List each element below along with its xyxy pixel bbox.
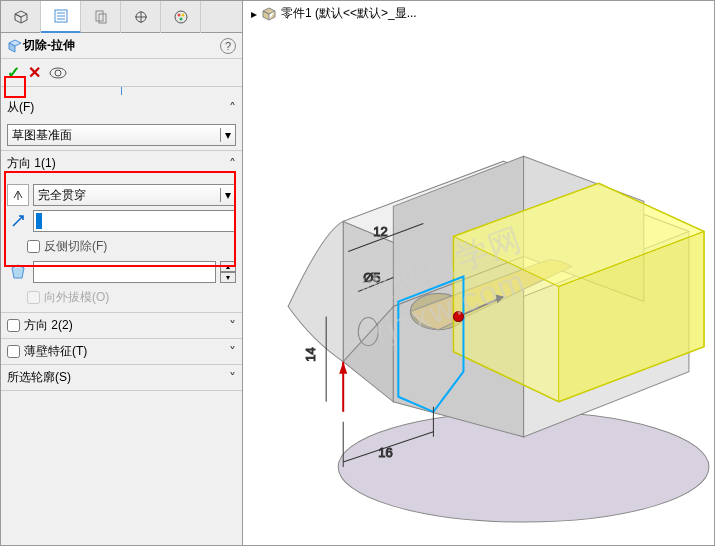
- part-icon: [261, 6, 277, 22]
- feature-header: 切除-拉伸 ?: [1, 33, 242, 59]
- draft-spinner[interactable]: ▴▾: [220, 261, 236, 283]
- cut-extrude-icon: [7, 38, 23, 54]
- expand-tree-icon[interactable]: ▸: [251, 7, 257, 21]
- draft-icon: [7, 261, 29, 283]
- chevron-up-icon: ˄: [229, 156, 236, 172]
- svg-point-20: [453, 312, 463, 322]
- reverse-direction-button[interactable]: [7, 184, 29, 206]
- model-view[interactable]: 12 Ø5 14 16: [243, 31, 714, 542]
- draft-outward-checkbox: [27, 291, 40, 304]
- svg-point-9: [175, 11, 187, 23]
- svg-point-10: [177, 14, 180, 17]
- from-combo[interactable]: 草图基准面 ▾: [7, 124, 236, 146]
- dim-phi5: Ø5: [363, 270, 380, 285]
- dim-12: 12: [373, 224, 387, 239]
- part-name[interactable]: 零件1 (默认<<默认>_显...: [281, 5, 417, 22]
- graphics-viewport[interactable]: ▸ 零件1 (默认<<默认>_显...: [243, 1, 714, 545]
- tab-bar: [1, 1, 242, 33]
- tab-dim[interactable]: [121, 1, 161, 33]
- section-direction1-header[interactable]: 方向 1(1) ˄: [1, 151, 242, 176]
- chevron-down-icon: ▾: [220, 128, 231, 142]
- chevron-down-icon: ˅: [229, 344, 236, 360]
- direction2-checkbox[interactable]: [7, 319, 20, 332]
- chevron-down-icon: ˅: [229, 318, 236, 334]
- dim-14: 14: [303, 347, 318, 361]
- tab-configuration[interactable]: [81, 1, 121, 33]
- section-thin-feature: 薄壁特征(T) ˅: [1, 339, 242, 365]
- section-direction2-header[interactable]: 方向 2(2) ˅: [1, 313, 242, 338]
- action-bar: ✓ ✕: [1, 59, 242, 87]
- direction-arrow-icon: [7, 210, 29, 232]
- ok-button[interactable]: ✓: [7, 63, 20, 82]
- section-from: 从(F) ˄ 草图基准面 ▾: [1, 95, 242, 151]
- help-icon[interactable]: ?: [220, 38, 236, 54]
- tab-appearance[interactable]: [161, 1, 201, 33]
- svg-point-14: [55, 70, 61, 76]
- chevron-down-icon: ▾: [220, 188, 231, 202]
- chevron-down-icon: ˅: [229, 370, 236, 386]
- svg-point-12: [179, 18, 182, 21]
- property-panel: 切除-拉伸 ? ✓ ✕ 从(F) ˄ 草图基准面 ▾ 方向 1(1): [1, 1, 243, 545]
- chevron-up-icon: ˄: [229, 100, 236, 116]
- svg-point-11: [181, 14, 184, 17]
- section-from-header[interactable]: 从(F) ˄: [1, 95, 242, 120]
- thin-feature-checkbox[interactable]: [7, 345, 20, 358]
- preview-icon[interactable]: [49, 66, 67, 80]
- section-contours-header[interactable]: 所选轮廓(S) ˅: [1, 365, 242, 390]
- tab-property-manager[interactable]: [41, 1, 81, 33]
- draft-angle-input[interactable]: [33, 261, 216, 283]
- direction-reference-input[interactable]: [33, 210, 236, 232]
- dim-16: 16: [378, 445, 392, 460]
- breadcrumb: ▸ 零件1 (默认<<默认>_显...: [251, 5, 417, 22]
- section-direction2: 方向 2(2) ˅: [1, 313, 242, 339]
- tab-feature-tree[interactable]: [1, 1, 41, 33]
- section-thin-header[interactable]: 薄壁特征(T) ˅: [1, 339, 242, 364]
- end-condition-combo[interactable]: 完全贯穿 ▾: [33, 184, 236, 206]
- flip-side-checkbox[interactable]: [27, 240, 40, 253]
- feature-title: 切除-拉伸: [23, 37, 220, 54]
- section-contours: 所选轮廓(S) ˅: [1, 365, 242, 391]
- cancel-button[interactable]: ✕: [28, 63, 41, 82]
- section-direction1: 方向 1(1) ˄ 完全贯穿 ▾: [1, 151, 242, 313]
